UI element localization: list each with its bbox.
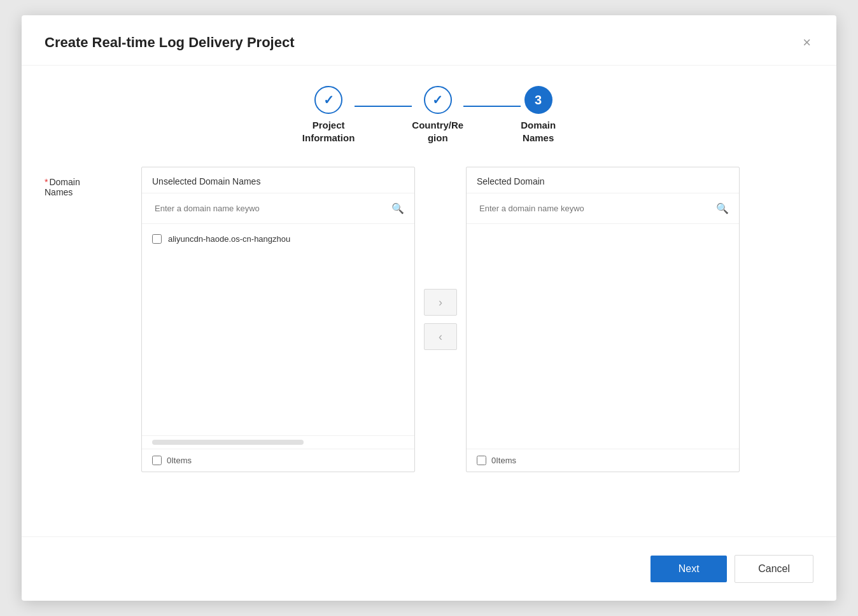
step-1: ✓ ProjectInformation	[302, 86, 355, 144]
step-2-label: Country/Region	[412, 119, 463, 144]
dialog: Create Real-time Log Delivery Project × …	[22, 15, 836, 601]
next-button[interactable]: Next	[651, 556, 727, 582]
connector-1-2	[355, 106, 412, 107]
transfer-backward-button[interactable]: ‹	[424, 323, 457, 350]
backward-icon: ‹	[439, 330, 442, 344]
select-all-checkbox[interactable]	[152, 456, 162, 465]
transfer-buttons: › ‹	[415, 289, 466, 350]
fake-scrollbar	[152, 440, 304, 445]
unselected-items-count: 0Items	[167, 456, 192, 465]
connector-2-3	[463, 106, 521, 107]
step-1-label: ProjectInformation	[302, 119, 355, 144]
transfer-area: Unselected Domain Names 🔍 aliyuncdn-haod…	[141, 167, 813, 472]
item-label: aliyuncdn-haode.os-cn-hangzhou	[168, 234, 290, 244]
domain-names-label: *DomainNames	[45, 167, 121, 197]
step-2: ✓ Country/Region	[412, 86, 463, 144]
unselected-panel-search-row: 🔍	[142, 193, 414, 224]
list-item[interactable]: aliyuncdn-haode.os-cn-hangzhou	[142, 229, 414, 249]
selected-search-input[interactable]	[474, 200, 708, 217]
step-2-circle: ✓	[424, 86, 452, 114]
step-1-circle: ✓	[314, 86, 342, 114]
scrollbar-area	[142, 435, 414, 449]
selected-search-button[interactable]: 🔍	[714, 202, 731, 214]
dialog-body: *DomainNames Unselected Domain Names 🔍 a…	[22, 159, 836, 536]
selected-panel: Selected Domain 🔍 0Items	[466, 167, 740, 472]
close-button[interactable]: ×	[800, 33, 813, 52]
selected-items-count: 0Items	[491, 456, 516, 465]
unselected-search-input[interactable]	[150, 200, 384, 217]
selected-select-all-checkbox[interactable]	[477, 456, 486, 465]
unselected-panel-title: Unselected Domain Names	[142, 167, 414, 193]
unselected-list: aliyuncdn-haode.os-cn-hangzhou	[142, 224, 414, 435]
forward-icon: ›	[439, 296, 442, 309]
step-3: 3 DomainNames	[521, 86, 556, 144]
unselected-panel-footer: 0Items	[142, 449, 414, 472]
unselected-panel: Unselected Domain Names 🔍 aliyuncdn-haod…	[141, 167, 415, 472]
step-3-circle: 3	[524, 86, 552, 114]
domain-field-row: *DomainNames Unselected Domain Names 🔍 a…	[45, 167, 813, 472]
item-checkbox[interactable]	[152, 234, 162, 244]
required-indicator: *	[45, 177, 48, 187]
dialog-footer: Next Cancel	[22, 536, 836, 601]
cancel-button[interactable]: Cancel	[735, 555, 813, 583]
dialog-header: Create Real-time Log Delivery Project ×	[22, 15, 836, 66]
selected-list	[467, 224, 739, 449]
stepper: ✓ ProjectInformation ✓ Country/Region 3 …	[22, 66, 836, 159]
unselected-search-button[interactable]: 🔍	[389, 202, 407, 214]
step-3-label: DomainNames	[521, 119, 556, 144]
selected-panel-footer: 0Items	[467, 449, 739, 472]
selected-panel-search-row: 🔍	[467, 193, 739, 224]
dialog-title: Create Real-time Log Delivery Project	[45, 34, 294, 51]
transfer-forward-button[interactable]: ›	[424, 289, 457, 316]
selected-panel-title: Selected Domain	[467, 167, 739, 193]
